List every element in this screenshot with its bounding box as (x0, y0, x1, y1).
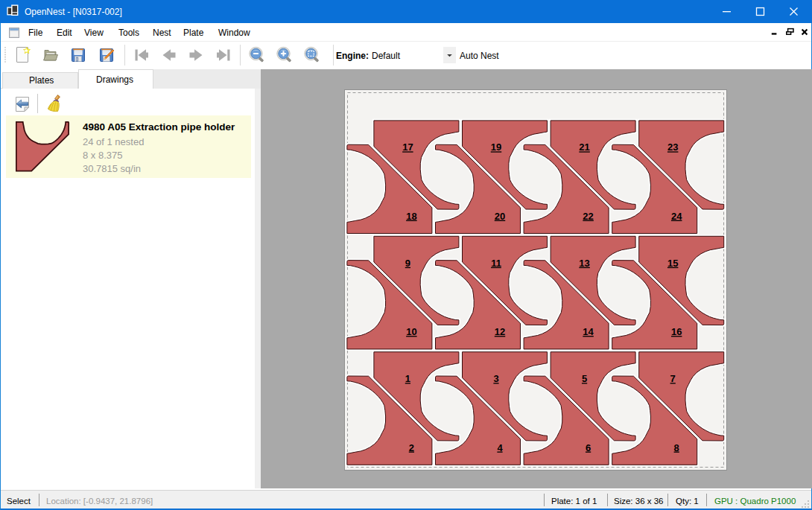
svg-text:12: 12 (495, 326, 505, 337)
svg-text:3: 3 (493, 373, 498, 384)
svg-text:1: 1 (405, 373, 410, 384)
svg-text:14: 14 (583, 326, 594, 337)
svg-text:6: 6 (586, 442, 591, 453)
svg-text:11: 11 (491, 258, 501, 269)
svg-text:13: 13 (579, 258, 589, 269)
svg-text:4: 4 (497, 442, 503, 453)
svg-text:23: 23 (667, 141, 678, 153)
svg-text:16: 16 (671, 326, 682, 337)
svg-text:7: 7 (670, 373, 676, 384)
svg-text:22: 22 (583, 211, 593, 222)
svg-text:17: 17 (402, 141, 413, 153)
svg-text:20: 20 (495, 211, 505, 222)
svg-text:5: 5 (582, 373, 587, 384)
svg-text:2: 2 (409, 442, 414, 453)
svg-text:9: 9 (405, 258, 410, 269)
svg-text:18: 18 (406, 211, 416, 222)
svg-text:10: 10 (406, 326, 416, 337)
svg-text:19: 19 (491, 141, 501, 153)
svg-text:24: 24 (671, 211, 682, 222)
svg-text:21: 21 (579, 141, 589, 153)
svg-text:8: 8 (674, 442, 679, 453)
svg-text:15: 15 (667, 258, 678, 269)
